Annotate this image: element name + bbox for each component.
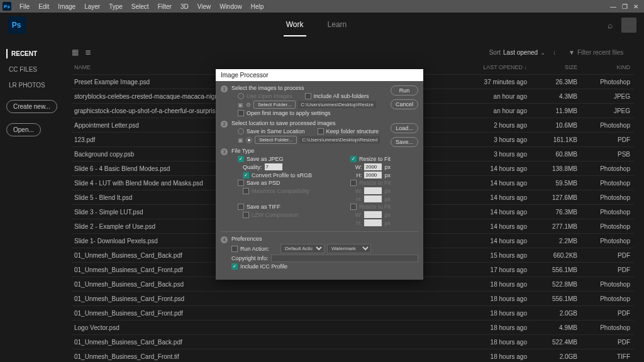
filter-input[interactable] <box>577 49 634 56</box>
menu-filter[interactable]: Filter <box>153 3 176 10</box>
save-button[interactable]: Save... <box>391 137 418 147</box>
file-size: 522.4MB <box>527 339 577 346</box>
sidebar-item-lrphotos[interactable]: LR PHOTOS <box>6 80 63 90</box>
user-avatar-icon[interactable] <box>621 18 636 33</box>
folder-icon: ▣ <box>238 102 243 108</box>
file-last: an hour ago <box>464 93 527 100</box>
h-input-tiff <box>364 219 382 226</box>
px-label-2: px <box>384 172 391 178</box>
include-subfolders-checkbox[interactable] <box>305 93 311 99</box>
copyright-input[interactable] <box>271 255 418 262</box>
w-input-jpeg[interactable] <box>364 163 382 170</box>
action-select[interactable]: Watermark <box>327 244 371 253</box>
window-minimize[interactable]: — <box>608 3 619 10</box>
file-last: 14 hours ago <box>464 223 527 230</box>
dialog-title: Image Processor <box>216 69 423 81</box>
h-input-jpeg[interactable] <box>364 172 382 178</box>
file-kind: Photoshop <box>577 281 634 288</box>
create-new-button[interactable]: Create new... <box>6 100 57 113</box>
save-tiff-checkbox[interactable] <box>238 204 244 210</box>
file-row[interactable]: 01_Unmesh_Business_Card_Back.pdf18 hours… <box>72 334 634 349</box>
view-grid-icon[interactable]: ▦ <box>72 48 79 57</box>
icc-checkbox[interactable] <box>231 263 238 270</box>
tab-learn[interactable]: Learn <box>325 14 350 36</box>
include-subfolders-label: Include All sub-folders <box>314 93 369 99</box>
file-size: 60.8MB <box>527 151 577 158</box>
file-size: 4.9MB <box>527 324 577 331</box>
menu-window[interactable]: Window <box>215 3 247 10</box>
menu-bar: Ps FileEditImageLayerTypeSelectFilter3DV… <box>0 0 644 13</box>
file-kind: Photoshop <box>577 223 634 230</box>
image-processor-dialog: Image Processor Run Cancel Load... Save.… <box>216 69 423 280</box>
run-action-checkbox[interactable] <box>231 246 238 252</box>
menu-file[interactable]: File <box>15 3 34 10</box>
menu-type[interactable]: Type <box>104 3 127 10</box>
same-location-radio[interactable] <box>238 128 244 134</box>
save-jpeg-checkbox[interactable] <box>238 156 244 162</box>
save-psd-label: Save as PSD <box>247 180 280 186</box>
select-folder-2-button[interactable]: Select Folder... <box>255 136 297 144</box>
menu-help[interactable]: Help <box>247 3 269 10</box>
sort-chevron-icon[interactable]: ⌄ <box>540 49 545 56</box>
menu-layer[interactable]: Layer <box>80 3 104 10</box>
keep-structure-checkbox[interactable] <box>318 128 324 134</box>
window-maximize[interactable]: ❐ <box>619 3 630 10</box>
file-kind: Photoshop <box>577 180 634 187</box>
file-last: 15 hours ago <box>464 252 527 259</box>
sort-value[interactable]: Last opened <box>503 49 538 56</box>
file-name: 01_Unmesh_Business_Card_Front.tif <box>72 353 464 360</box>
save-psd-checkbox[interactable] <box>238 180 244 186</box>
file-size: 522.8MB <box>527 281 577 288</box>
filter-icon[interactable]: ▼ <box>569 49 575 56</box>
file-name: 01_Unmesh_Business_Card_Back.psd <box>72 281 464 288</box>
file-size: 127.6MB <box>527 194 577 201</box>
resize-fit-jpeg-checkbox[interactable] <box>350 156 357 162</box>
cancel-button[interactable]: Cancel <box>391 99 418 109</box>
menu-view[interactable]: View <box>193 3 216 10</box>
px-6: px <box>384 220 391 226</box>
file-last: 14 hours ago <box>464 194 527 201</box>
folder-dest-icon: ▣ <box>238 137 243 143</box>
run-button[interactable]: Run <box>391 85 418 96</box>
file-kind: Photoshop <box>577 295 634 302</box>
step-3-icon: 3 <box>221 148 228 155</box>
select-folder-radio[interactable] <box>246 137 252 143</box>
col-header-size[interactable]: SIZE <box>527 64 577 70</box>
resize-fit-psd-checkbox <box>350 180 357 186</box>
file-kind: JPEG <box>577 93 634 100</box>
file-name: Logo Vector.psd <box>72 324 464 331</box>
h-input-psd <box>364 195 382 202</box>
sidebar-item-ccfiles[interactable]: CC FILES <box>6 65 63 74</box>
col-header-kind[interactable]: KIND <box>577 64 634 70</box>
load-button[interactable]: Load... <box>391 123 418 133</box>
step-4-title: Preferences <box>231 236 418 242</box>
file-size: 2.2MB <box>527 238 577 244</box>
file-row[interactable]: 01_Unmesh_Business_Card_Front.pdf18 hour… <box>72 305 634 320</box>
col-header-last[interactable]: LAST OPENED ↓ <box>464 64 527 70</box>
menu-select[interactable]: Select <box>127 3 153 10</box>
action-set-select[interactable]: Default Actions <box>280 244 325 253</box>
quality-input[interactable] <box>265 163 282 170</box>
window-close[interactable]: ✕ <box>630 3 641 10</box>
icc-label: Include ICC Profile <box>240 263 287 270</box>
file-last: 18 hours ago <box>464 353 527 360</box>
search-icon[interactable]: ⌕ <box>608 20 613 30</box>
file-kind: Photoshop <box>577 324 634 331</box>
menu-image[interactable]: Image <box>53 3 80 10</box>
open-button[interactable]: Open... <box>6 123 41 136</box>
open-first-checkbox[interactable] <box>238 110 244 116</box>
file-row[interactable]: Logo Vector.psd18 hours ago4.9MBPhotosho… <box>72 320 634 334</box>
quality-label: Quality: <box>243 164 262 170</box>
sort-direction-icon[interactable]: ↓ <box>553 49 556 56</box>
file-row[interactable]: 01_Unmesh_Business_Card_Front.psd18 hour… <box>72 291 634 305</box>
convert-srgb-checkbox[interactable] <box>243 172 249 178</box>
file-row[interactable]: 01_Unmesh_Business_Card_Front.tif18 hour… <box>72 349 634 362</box>
menu-3d[interactable]: 3D <box>176 3 193 10</box>
select-folder-1-button[interactable]: Select Folder... <box>253 101 296 109</box>
use-open-images-radio[interactable] <box>238 93 244 99</box>
sidebar-item-recent[interactable]: RECENT <box>6 49 63 58</box>
view-list-icon[interactable]: ≣ <box>85 48 91 57</box>
menu-edit[interactable]: Edit <box>34 3 53 10</box>
tab-work[interactable]: Work <box>284 14 306 36</box>
file-last: 18 hours ago <box>464 324 527 331</box>
